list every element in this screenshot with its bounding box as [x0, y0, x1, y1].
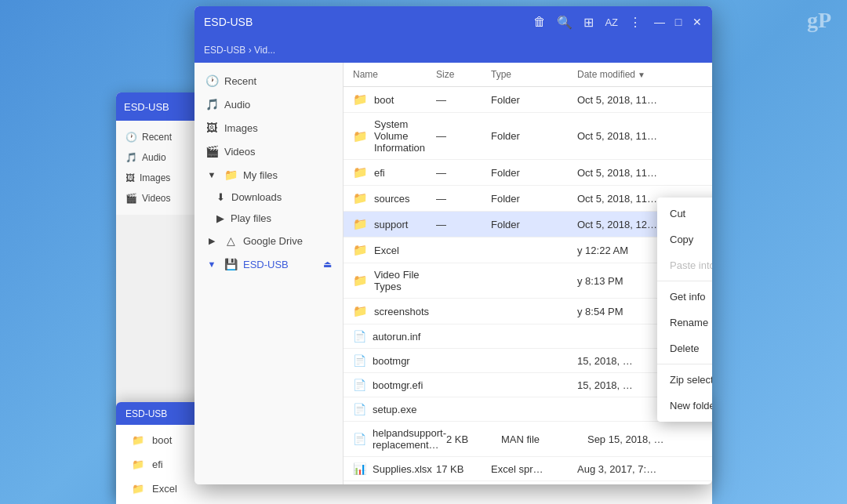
- folder-icon: 📁: [353, 129, 368, 143]
- context-menu-rename[interactable]: Rename Ctrl+Enter: [657, 310, 712, 335]
- bottom-item-label: boot: [152, 434, 172, 446]
- images-icon: 🖼: [205, 121, 218, 134]
- table-row[interactable]: 📊Supplies.xlsx 17 KB Excel spr… Aug 3, 2…: [344, 457, 712, 481]
- grid-icon[interactable]: ⊞: [583, 15, 594, 30]
- excel-file-icon: 📊: [353, 462, 366, 475]
- folder-icon: 📁: [353, 92, 368, 107]
- context-menu-delete[interactable]: Delete Alt+Backspace: [657, 335, 712, 361]
- sidebar-child-label: Play files: [231, 212, 271, 224]
- play-icon: ▶: [216, 212, 224, 224]
- folder-icon: 📁: [132, 483, 144, 495]
- watermark: gP: [807, 8, 831, 33]
- context-menu-divider2: [657, 364, 712, 364]
- main-window: ESD-USB 🗑 🔍 ⊞ AZ ⋮ — □ ✕ ESD-USB › Vid..…: [194, 6, 712, 484]
- expand-icon: ▶: [205, 236, 218, 246]
- expand-icon: ▼: [205, 170, 218, 179]
- bottom-item-label: efi: [152, 459, 163, 470]
- file-header: Name Size Type Date modified ▼: [344, 63, 712, 87]
- eject-icon[interactable]: ⏏: [323, 259, 332, 270]
- minimize-button[interactable]: —: [654, 16, 665, 27]
- folder-icon: 📁: [353, 217, 368, 231]
- sidebar: 🕐 Recent 🎵 Audio 🖼 Images 🎬 Videos ▼ 📁 M…: [194, 63, 344, 484]
- sidebar-item-downloads[interactable]: ⬇ Downloads: [194, 187, 343, 208]
- recent-icon: 🕐: [205, 74, 218, 87]
- col-type[interactable]: Type: [491, 69, 577, 80]
- sidebar-child-label: Downloads: [231, 191, 282, 203]
- newfolder-label: New folder: [670, 400, 712, 412]
- man-file-icon: 📄: [353, 433, 366, 445]
- col-name[interactable]: Name: [353, 69, 436, 80]
- folder-icon: 📁: [353, 165, 368, 179]
- context-menu-zip[interactable]: Zip selection: [657, 367, 712, 393]
- folder-icon: 📁: [353, 304, 368, 318]
- sidebar-label: Videos: [224, 146, 332, 158]
- more-icon[interactable]: ⋮: [629, 15, 642, 30]
- table-row[interactable]: 📁efi — Folder Oct 5, 2018, 11…: [344, 160, 712, 186]
- folder-icon: 📁: [353, 243, 368, 257]
- sort-az-icon[interactable]: AZ: [605, 16, 618, 28]
- sidebar-label: Recent: [224, 75, 332, 87]
- bottom-item-label: Excel: [152, 483, 177, 495]
- file-icon: 📄: [353, 379, 366, 391]
- sidebar-item-recent[interactable]: 🕐 Recent: [194, 69, 343, 92]
- folder-icon: 📁: [132, 459, 144, 470]
- sidebar-item-images[interactable]: 🖼 Images: [194, 116, 343, 140]
- file-icon: 📄: [353, 330, 366, 343]
- sidebar-label: Images: [224, 122, 332, 134]
- table-row[interactable]: 📄helpandsupport-replacement… 2 KB MAN fi…: [344, 422, 712, 457]
- toolbar: 🗑 🔍 ⊞ AZ ⋮: [533, 15, 642, 30]
- sidebar-item-googledrive[interactable]: ▶ △ Google Drive: [194, 229, 343, 252]
- audio-icon: 🎵: [205, 98, 218, 111]
- copy-label: Copy: [670, 234, 693, 245]
- sidebar-item-audio[interactable]: 🎵 Audio: [194, 92, 343, 116]
- context-menu: Cut Ctrl+X Copy Ctrl+C Paste into folder…: [657, 198, 712, 422]
- context-menu-cut[interactable]: Cut Ctrl+X: [657, 201, 712, 227]
- delete-icon[interactable]: 🗑: [533, 15, 546, 29]
- file-icon: 📄: [353, 403, 366, 415]
- sort-arrow: ▼: [638, 71, 645, 79]
- cut-label: Cut: [670, 208, 685, 219]
- paste-label: Paste into folder: [670, 259, 712, 271]
- folder-icon: 📁: [353, 274, 368, 288]
- file-icon: 📄: [353, 354, 366, 367]
- delete-label: Delete: [670, 343, 700, 354]
- videos-icon: 🎬: [205, 145, 218, 158]
- col-date[interactable]: Date modified ▼: [577, 69, 703, 80]
- table-row[interactable]: 📁System Volume Information — Folder Oct …: [344, 113, 712, 160]
- myfiles-icon: 📁: [224, 169, 237, 181]
- bottom-window-title: ESD-USB: [125, 408, 167, 419]
- context-menu-getinfo[interactable]: Get info Space: [657, 284, 712, 310]
- folder-icon: 📁: [132, 434, 144, 446]
- breadcrumb-text: ESD-USB › Vid...: [204, 45, 275, 56]
- sidebar-item-playfiles[interactable]: ▶ Play files: [194, 208, 343, 229]
- col-size[interactable]: Size: [436, 69, 491, 80]
- bg-window-title: ESD-USB: [124, 101, 169, 113]
- folder-icon: 📁: [353, 191, 368, 205]
- file-area: Name Size Type Date modified ▼ 📁boot —: [344, 63, 712, 484]
- download-icon: ⬇: [216, 191, 225, 203]
- sidebar-item-videos[interactable]: 🎬 Videos: [194, 140, 343, 163]
- title-bar: ESD-USB 🗑 🔍 ⊞ AZ ⋮ — □ ✕: [194, 6, 712, 38]
- sidebar-label: ESD-USB: [243, 259, 317, 270]
- sidebar-item-myfiles[interactable]: ▼ 📁 My files: [194, 163, 343, 187]
- googledrive-icon: △: [224, 234, 237, 247]
- rename-label: Rename: [670, 317, 708, 328]
- context-menu-copy[interactable]: Copy Ctrl+C: [657, 227, 712, 252]
- search-icon[interactable]: 🔍: [557, 15, 573, 30]
- sidebar-label: Google Drive: [243, 235, 332, 247]
- breadcrumb: ESD-USB › Vid...: [194, 38, 712, 63]
- zip-label: Zip selection: [670, 374, 712, 386]
- sidebar-item-esd-usb[interactable]: ▼ 💾 ESD-USB ⏏: [194, 252, 343, 276]
- window-title: ESD-USB: [204, 16, 533, 28]
- context-menu-divider1: [657, 281, 712, 281]
- maximize-button[interactable]: □: [673, 16, 684, 27]
- content-area: 🕐 Recent 🎵 Audio 🖼 Images 🎬 Videos ▼ 📁 M…: [194, 63, 712, 484]
- context-menu-newfolder[interactable]: New folder Ctrl+E: [657, 393, 712, 419]
- expand-icon: ▼: [205, 259, 218, 269]
- getinfo-label: Get info: [670, 291, 706, 303]
- sidebar-label: Audio: [224, 99, 332, 111]
- window-controls: — □ ✕: [654, 16, 703, 27]
- close-button[interactable]: ✕: [692, 16, 703, 27]
- sidebar-label: My files: [243, 169, 332, 181]
- table-row[interactable]: 📁boot — Folder Oct 5, 2018, 11…: [344, 87, 712, 113]
